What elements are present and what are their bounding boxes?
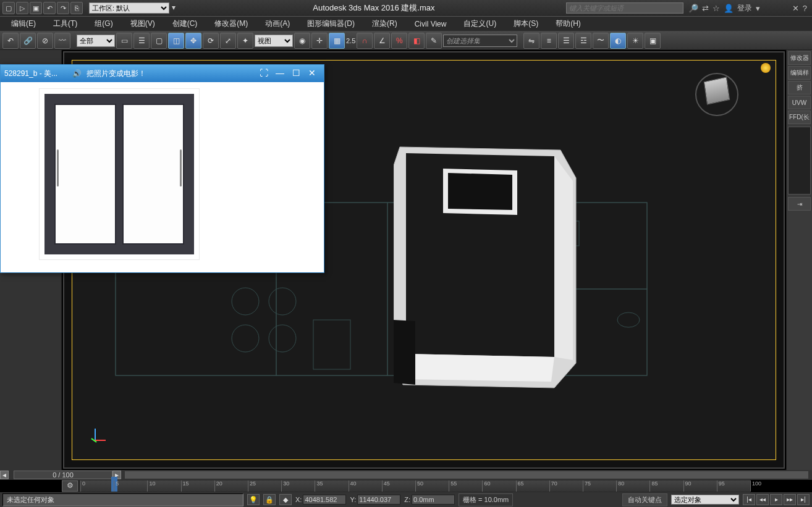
edit-named-sel-icon[interactable]: ✎: [426, 33, 442, 49]
menu-modifiers[interactable]: 修改器(M): [206, 17, 256, 31]
help-icon[interactable]: ?: [803, 4, 807, 13]
play-icon[interactable]: ▸: [770, 494, 782, 505]
infocenter-icon[interactable]: 🔎: [688, 4, 698, 13]
timeline-tick: 30: [281, 480, 289, 492]
coord-x-input[interactable]: [303, 495, 346, 505]
menu-edit[interactable]: 编辑(E): [2, 17, 44, 31]
panel-edit[interactable]: 编辑样: [788, 66, 811, 80]
align-icon[interactable]: ≡: [541, 33, 557, 49]
window-crossing-icon[interactable]: ◫: [168, 33, 184, 49]
help-search-input[interactable]: [566, 2, 683, 14]
save-icon[interactable]: ▣: [30, 2, 42, 14]
ref-coord-dropdown[interactable]: 视图: [255, 35, 293, 47]
snap-toggle-icon[interactable]: ∩: [357, 33, 373, 49]
named-selection-dropdown[interactable]: 创建选择集: [443, 35, 517, 47]
material-editor-icon[interactable]: ◐: [610, 33, 626, 49]
coord-z-input[interactable]: [412, 495, 455, 505]
favorite-icon[interactable]: ☆: [713, 4, 720, 13]
close-icon[interactable]: ✕: [304, 67, 320, 80]
modifier-stack-preview: [788, 127, 811, 195]
coord-x: X:: [295, 495, 346, 505]
menu-group[interactable]: 组(G): [86, 17, 121, 31]
select-name-icon[interactable]: ☰: [133, 33, 150, 49]
lock2-icon[interactable]: 🔒: [263, 494, 276, 505]
open-icon[interactable]: ▷: [16, 2, 28, 14]
menu-help[interactable]: 帮助(H): [547, 17, 590, 31]
undo-icon[interactable]: ↶: [43, 2, 56, 14]
user-icon[interactable]: 👤: [724, 4, 734, 13]
lock-icon[interactable]: 💡: [247, 494, 260, 505]
login-button[interactable]: 登录: [737, 3, 752, 14]
time-config-icon[interactable]: ⚙: [62, 480, 78, 492]
svg-marker-20: [394, 320, 415, 385]
render-frame-icon[interactable]: ▣: [645, 33, 661, 49]
timeline-ruler[interactable]: 0510152025303540455055606570758085909510…: [80, 480, 750, 492]
menu-views[interactable]: 视图(V): [122, 17, 164, 31]
spinner-snap-icon[interactable]: ◧: [408, 33, 425, 49]
goto-end-icon[interactable]: ▸|: [797, 494, 810, 505]
angle-snap-icon[interactable]: ∠: [374, 33, 390, 49]
close-win-icon[interactable]: ✕: [792, 4, 799, 13]
undo-tb-icon[interactable]: ↶: [2, 33, 19, 49]
workspace-menu-icon[interactable]: ▾: [172, 3, 182, 13]
sun-icon[interactable]: [761, 63, 771, 73]
select-rotate-icon[interactable]: ⟳: [203, 33, 219, 49]
menu-create[interactable]: 创建(C): [164, 17, 206, 31]
image-viewer-window[interactable]: 528291_b - 美... 🔊 把照片变成电影！ ⛶ — ☐ ✕: [0, 64, 324, 273]
panel-select[interactable]: 挤: [788, 81, 811, 94]
redo-icon[interactable]: ↷: [57, 2, 69, 14]
menu-graph[interactable]: 图形编辑器(D): [298, 17, 363, 31]
link-tb-icon[interactable]: 🔗: [20, 33, 36, 49]
goto-start-icon[interactable]: |◂: [743, 494, 755, 505]
panel-ffd[interactable]: FFD(长: [788, 111, 811, 124]
maximize-icon[interactable]: ☐: [288, 67, 304, 80]
menu-custom[interactable]: 自定义(U): [455, 17, 505, 31]
minimize-icon[interactable]: —: [272, 67, 288, 80]
use-center-icon[interactable]: ◉: [294, 33, 310, 49]
menu-civil[interactable]: Civil View: [406, 18, 455, 30]
speaker-icon[interactable]: 🔊: [72, 69, 82, 78]
title-right-buttons: 🔎 ⇄ ☆ 👤 登录 ▾ ✕ ?: [683, 3, 812, 14]
viewcube-cube[interactable]: [704, 77, 730, 105]
select-move-icon[interactable]: ✥: [185, 33, 201, 49]
render-setup-icon[interactable]: ☀: [627, 33, 643, 49]
new-icon[interactable]: ▢: [2, 2, 15, 14]
select-manipulate-icon[interactable]: ✦: [237, 33, 253, 49]
menu-tools[interactable]: 工具(T): [44, 17, 86, 31]
menu-animation[interactable]: 动画(A): [256, 17, 298, 31]
scene-explorer-icon[interactable]: ☲: [575, 33, 591, 49]
select-region-icon[interactable]: ▢: [151, 33, 167, 49]
select-place-icon[interactable]: ✛: [311, 33, 328, 49]
exchange-icon[interactable]: ⇄: [702, 4, 709, 13]
curve-editor-icon[interactable]: 〜: [593, 33, 609, 49]
coord-y-input[interactable]: [357, 495, 400, 505]
menu-render[interactable]: 渲染(R): [363, 17, 406, 31]
fullscreen-icon[interactable]: ⛶: [256, 67, 272, 80]
bind-spacewarp-icon[interactable]: 〰: [54, 33, 70, 49]
selection-filter-dropdown[interactable]: 全部: [77, 35, 115, 47]
next-frame-icon[interactable]: ▸▸: [784, 494, 796, 505]
scroll-left-icon[interactable]: ◂: [0, 471, 9, 479]
image-viewer-titlebar[interactable]: 528291_b - 美... 🔊 把照片变成电影！ ⛶ — ☐ ✕: [1, 65, 324, 82]
link-icon[interactable]: ⎘: [70, 2, 83, 14]
select-object-icon[interactable]: ▭: [116, 33, 132, 49]
layers-icon[interactable]: ☰: [558, 33, 574, 49]
workspace-dropdown[interactable]: 工作区: 默认: [89, 2, 169, 14]
percent-snap-icon[interactable]: %: [391, 33, 407, 49]
prev-frame-icon[interactable]: ◂◂: [756, 494, 769, 505]
panel-uvw[interactable]: UVW: [788, 96, 811, 109]
autokey-button[interactable]: 自动关键点: [622, 493, 667, 506]
unlink-tb-icon[interactable]: ⊘: [37, 33, 53, 49]
select-scale-icon[interactable]: ⤢: [220, 33, 236, 49]
iso-icon[interactable]: ◆: [279, 494, 292, 505]
mirror-icon[interactable]: ⇋: [523, 33, 539, 49]
pin-stack-icon[interactable]: ⇥: [788, 197, 811, 211]
key-mode-dropdown[interactable]: 选定对象: [671, 495, 739, 505]
panel-modify[interactable]: 修改器: [788, 51, 811, 65]
menu-script[interactable]: 脚本(S): [505, 17, 547, 31]
dropdown-icon[interactable]: ▾: [756, 4, 760, 13]
viewcube[interactable]: [695, 73, 738, 116]
axis-gizmo: [91, 429, 109, 447]
scroll-track[interactable]: [125, 471, 808, 479]
manipulate-icon[interactable]: ▦: [329, 33, 345, 49]
